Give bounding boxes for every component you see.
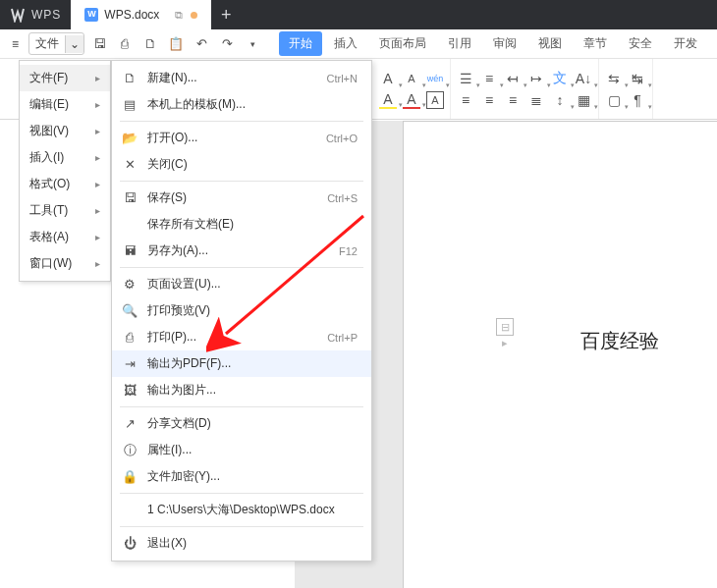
file-submenu-item[interactable]: 文件(F)▸ — [20, 65, 110, 91]
menu-item-open[interactable]: 📂 打开(O)... Ctrl+O — [112, 125, 371, 151]
align-left-icon[interactable]: ≡ — [457, 91, 474, 109]
font-grow-icon[interactable]: A — [379, 70, 397, 87]
save-all-icon — [122, 217, 138, 233]
menu-item-share[interactable]: ↗ 分享文档(D) — [112, 410, 371, 437]
menu-item-save-all[interactable]: 保存所有文档(E) — [112, 211, 371, 238]
ribbon-tab-reference[interactable]: 引用 — [438, 31, 481, 56]
file-submenu-label: 插入(I) — [29, 149, 64, 166]
save-all-label: 保存所有文档(E) — [147, 216, 358, 233]
new-label: 新建(N)... — [147, 70, 317, 86]
file-submenu-item[interactable]: 表格(A)▸ — [20, 224, 110, 250]
file-submenu-item[interactable]: 插入(I)▸ — [20, 144, 110, 171]
ribbon-font-group: A A wén A A A — [373, 59, 451, 119]
lock-icon: 🔒 — [122, 469, 138, 485]
ribbon-tab-layout[interactable]: 页面布局 — [369, 31, 436, 56]
file-submenu-item[interactable]: 视图(V)▸ — [20, 118, 110, 144]
menu-item-recent-file[interactable]: 1 C:\Users\大海\Desktop\WPS.docx — [112, 497, 371, 523]
qat-print-direct-icon[interactable]: ⎙ — [117, 36, 133, 52]
menu-separator — [120, 181, 363, 182]
template-icon: ▤ — [122, 97, 138, 113]
menu-item-export-pdf[interactable]: ⇥ 输出为PDF(F)... — [112, 350, 371, 377]
new-shortcut: Ctrl+N — [327, 73, 358, 84]
hamburger-menu-button[interactable]: ≡ — [6, 35, 25, 53]
ribbon-tab-section[interactable]: 章节 — [574, 31, 617, 56]
chevron-right-icon: ▸ — [95, 179, 100, 189]
close-label: 关闭(C) — [147, 156, 358, 173]
document-page[interactable]: ⊟ ▸ 百度经验 — [403, 121, 717, 588]
bullets-icon[interactable]: ☰ — [457, 70, 474, 87]
chevron-right-icon: ▸ — [95, 205, 100, 216]
menu-item-new[interactable]: 🗋 新建(N)... Ctrl+N — [112, 65, 371, 91]
qat-redo-icon[interactable]: ↷ — [219, 36, 235, 52]
shading-icon[interactable]: ▦ — [575, 91, 592, 109]
menu-item-print[interactable]: ⎙ 打印(P)... Ctrl+P — [112, 324, 371, 350]
save-as-icon: 🖬 — [122, 243, 138, 259]
qat-save-icon[interactable]: 🖫 — [91, 36, 107, 52]
chevron-right-icon: ▸ — [95, 232, 100, 242]
qat-paste-icon[interactable]: 📋 — [168, 36, 184, 52]
chevron-right-icon: ▸ — [95, 99, 100, 110]
file-menu-label: 文件 — [35, 35, 59, 52]
numbering-icon[interactable]: ≡ — [480, 70, 498, 87]
menu-item-print-preview[interactable]: 🔍 打印预览(V) — [112, 297, 371, 324]
file-submenu-label: 工具(T) — [29, 202, 68, 219]
menu-item-close[interactable]: ✕ 关闭(C) — [112, 151, 371, 178]
file-submenu-label: 格式(O) — [29, 176, 70, 192]
menu-item-encrypt[interactable]: 🔒 文件加密(Y)... — [112, 463, 371, 490]
ribbon-tabs: 开始 插入 页面布局 引用 审阅 视图 章节 安全 开发 — [279, 31, 707, 56]
borders-icon[interactable]: ▢ — [605, 91, 623, 109]
font-shrink-icon[interactable]: A — [403, 70, 420, 87]
indent-tool-icon[interactable]: ⇆ — [605, 70, 623, 87]
export-img-label: 输出为图片... — [147, 382, 358, 399]
align-center-icon[interactable]: ≡ — [480, 91, 498, 109]
file-submenu-item[interactable]: 窗口(W)▸ — [20, 250, 110, 277]
exit-label: 退出(X) — [147, 535, 358, 552]
menu-item-exit[interactable]: ⏻ 退出(X) — [112, 530, 371, 557]
line-spacing-icon[interactable]: ↕ — [551, 91, 569, 109]
indent-decrease-icon[interactable]: ↤ — [504, 70, 522, 87]
document-tab[interactable]: WPS.docx ⧉ — [71, 0, 211, 29]
ribbon-tab-start[interactable]: 开始 — [279, 31, 322, 56]
qat-undo-icon[interactable]: ↶ — [193, 36, 209, 52]
paragraph-mark-icon[interactable]: ¶ — [629, 91, 646, 109]
tab-stop-icon[interactable]: ↹ — [629, 70, 646, 87]
save-label: 保存(S) — [147, 189, 317, 206]
text-direction-icon[interactable]: 文 — [551, 70, 569, 87]
char-border-icon[interactable]: A — [426, 91, 444, 109]
menu-item-page-setup[interactable]: ⚙ 页面设置(U)... — [112, 271, 371, 297]
align-justify-icon[interactable]: ≣ — [527, 91, 545, 109]
menu-item-save-as[interactable]: 🖬 另存为(A)... F12 — [112, 238, 371, 264]
ribbon-tab-insert[interactable]: 插入 — [324, 31, 367, 56]
open-label: 打开(O)... — [147, 130, 316, 146]
page-setup-icon: ⚙ — [122, 277, 138, 293]
menu-item-template[interactable]: ▤ 本机上的模板(M)... — [112, 91, 371, 118]
ribbon-paragraph-group: ☰ ≡ ↤ ↦ 文 A↓ ≡ ≡ ≡ ≣ ↕ ▦ — [451, 59, 599, 119]
file-submenu-item[interactable]: 格式(O)▸ — [20, 171, 110, 197]
ribbon-tab-review[interactable]: 审阅 — [483, 31, 526, 56]
font-color-icon[interactable]: A — [403, 91, 420, 109]
align-right-icon[interactable]: ≡ — [504, 91, 522, 109]
file-menu-button[interactable]: 文件 ⌄ — [28, 32, 84, 55]
qat-print-preview-icon[interactable]: 🗋 — [142, 36, 158, 52]
app-name: WPS — [31, 8, 61, 22]
menu-item-properties[interactable]: ⓘ 属性(I)... — [112, 437, 371, 463]
sort-icon[interactable]: A↓ — [575, 70, 592, 87]
title-bar: WPS WPS.docx ⧉ + — [0, 0, 717, 29]
new-tab-button[interactable]: + — [211, 0, 241, 29]
indent-increase-icon[interactable]: ↦ — [527, 70, 545, 87]
ribbon-tab-view[interactable]: 视图 — [528, 31, 572, 56]
file-submenu-item[interactable]: 编辑(E)▸ — [20, 91, 110, 118]
app-brand: WPS — [0, 0, 71, 29]
open-folder-icon: 📂 — [122, 131, 138, 146]
menu-item-export-image[interactable]: 🖼 输出为图片... — [112, 377, 371, 403]
highlight-icon[interactable]: A — [379, 91, 397, 109]
file-submenu-item[interactable]: 工具(T)▸ — [20, 197, 110, 224]
qat-dropdown-icon[interactable]: ▾ — [245, 36, 260, 52]
menu-item-save[interactable]: 🖫 保存(S) Ctrl+S — [112, 185, 371, 211]
tab-window-icon[interactable]: ⧉ — [175, 9, 183, 22]
export-pdf-icon: ⇥ — [122, 356, 138, 372]
ribbon-tab-dev[interactable]: 开发 — [664, 31, 707, 56]
ribbon-tab-security[interactable]: 安全 — [619, 31, 662, 56]
open-shortcut: Ctrl+O — [326, 133, 358, 144]
pinyin-icon[interactable]: wén — [426, 70, 444, 87]
